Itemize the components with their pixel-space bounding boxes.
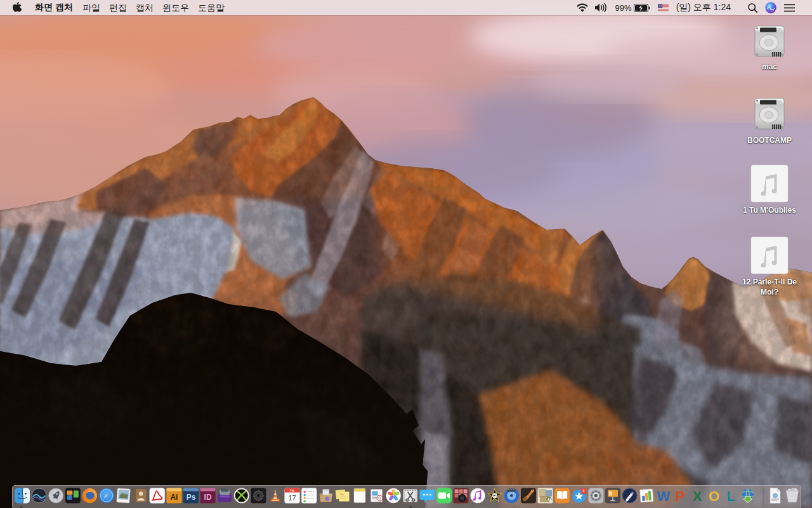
svg-text:Ps: Ps [187, 493, 196, 502]
svg-text:Ai: Ai [170, 493, 178, 502]
svg-text:P: P [676, 488, 685, 504]
svg-text:W: W [657, 488, 670, 504]
svg-text:ID: ID [204, 493, 212, 502]
svg-text:X: X [693, 488, 702, 504]
svg-text:4: 4 [582, 488, 585, 493]
svg-text:17: 17 [288, 494, 296, 502]
svg-text:O: O [709, 488, 719, 504]
svg-text:6월: 6월 [290, 489, 294, 492]
svg-text:L: L [726, 488, 735, 504]
svg-text:Rex: Rex [340, 493, 344, 496]
